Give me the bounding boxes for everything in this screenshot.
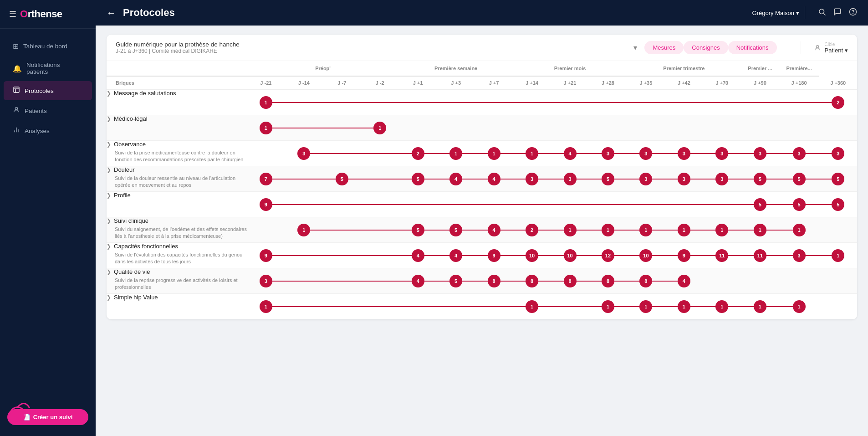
day-badge[interactable]: 3: [678, 173, 690, 185]
day-badge[interactable]: 1: [449, 147, 462, 160]
day-badge[interactable]: 1: [297, 224, 310, 236]
day-badge[interactable]: 3: [793, 147, 806, 160]
brique-name[interactable]: ❯ Message de salutations: [107, 90, 247, 97]
day-badge[interactable]: 4: [488, 173, 500, 185]
brique-name[interactable]: ❯ Capacités fonctionnelles: [107, 243, 247, 250]
day-badge[interactable]: 5: [832, 173, 844, 185]
day-badge[interactable]: 1: [488, 147, 500, 160]
day-badge[interactable]: 3: [602, 147, 614, 160]
day-badge[interactable]: 1: [793, 224, 806, 236]
day-badge[interactable]: 3: [260, 275, 272, 287]
day-badge[interactable]: 1: [639, 300, 652, 313]
day-badge[interactable]: 8: [564, 275, 577, 287]
messages-button[interactable]: [833, 8, 842, 18]
day-badge[interactable]: 1: [793, 300, 806, 313]
brique-name[interactable]: ❯ Simple hip Value: [107, 294, 247, 301]
day-badge[interactable]: 8: [526, 275, 538, 287]
day-badge[interactable]: 4: [449, 173, 462, 185]
day-badge[interactable]: 2: [832, 96, 844, 109]
day-badge[interactable]: 1: [526, 300, 538, 313]
day-badge[interactable]: 3: [793, 249, 806, 262]
brique-name[interactable]: ❯ Douleur: [107, 166, 247, 173]
day-badge[interactable]: 5: [412, 224, 424, 236]
day-badge[interactable]: 1: [373, 122, 386, 134]
day-badge[interactable]: 1: [754, 300, 766, 313]
menu-icon[interactable]: ☰: [9, 9, 16, 19]
sidebar-item-patients[interactable]: Patients: [4, 101, 92, 120]
day-badge[interactable]: 2: [526, 224, 538, 236]
brique-name[interactable]: ❯ Observance: [107, 141, 247, 148]
day-badge[interactable]: 4: [412, 249, 424, 262]
protocol-expand-icon[interactable]: ▾: [633, 43, 637, 52]
day-badge[interactable]: 9: [488, 249, 500, 262]
day-badge[interactable]: 1: [754, 224, 766, 236]
day-badge[interactable]: 3: [639, 173, 652, 185]
day-badge[interactable]: 3: [639, 147, 652, 160]
day-badge[interactable]: 9: [260, 198, 272, 211]
day-badge[interactable]: 5: [602, 173, 614, 185]
day-badge[interactable]: 1: [260, 300, 272, 313]
brique-name[interactable]: ❯ Médico-légal: [107, 115, 247, 122]
day-badge[interactable]: 4: [564, 147, 577, 160]
sidebar-item-tableau[interactable]: ⊞ Tableau de bord: [4, 37, 92, 56]
timeline-container[interactable]: Préop' Première semaine Premier mois Pre…: [107, 61, 857, 319]
day-badge[interactable]: 8: [488, 275, 500, 287]
day-badge[interactable]: 4: [449, 249, 462, 262]
day-badge[interactable]: 4: [488, 224, 500, 236]
sidebar-item-analyses[interactable]: Analyses: [4, 121, 92, 140]
day-badge[interactable]: 1: [526, 147, 538, 160]
day-badge[interactable]: 10: [639, 249, 652, 262]
day-badge[interactable]: 11: [715, 249, 728, 262]
day-badge[interactable]: 8: [602, 275, 614, 287]
day-badge[interactable]: 5: [832, 198, 844, 211]
day-badge[interactable]: 5: [754, 198, 766, 211]
day-badge[interactable]: 3: [832, 147, 844, 160]
day-badge[interactable]: 5: [336, 173, 348, 185]
user-menu[interactable]: Grégory Maison ▾: [752, 10, 799, 16]
day-badge[interactable]: 10: [564, 249, 577, 262]
day-badge[interactable]: 1: [564, 224, 577, 236]
day-badge[interactable]: 1: [832, 249, 844, 262]
day-badge[interactable]: 1: [260, 96, 272, 109]
day-badge[interactable]: 3: [715, 173, 728, 185]
day-badge[interactable]: 1: [678, 300, 690, 313]
day-badge[interactable]: 1: [715, 300, 728, 313]
day-badge[interactable]: 1: [602, 300, 614, 313]
day-badge[interactable]: 9: [678, 249, 690, 262]
day-badge[interactable]: 9: [260, 249, 272, 262]
day-badge[interactable]: 1: [260, 122, 272, 134]
day-badge[interactable]: 2: [412, 147, 424, 160]
day-badge[interactable]: 4: [412, 275, 424, 287]
day-badge[interactable]: 8: [639, 275, 652, 287]
day-badge[interactable]: 5: [793, 198, 806, 211]
target-value-dropdown[interactable]: Patient ▾: [825, 47, 848, 54]
day-badge[interactable]: 12: [602, 249, 614, 262]
sidebar-item-protocoles[interactable]: Protocoles: [4, 81, 92, 100]
day-badge[interactable]: 5: [449, 275, 462, 287]
brique-name[interactable]: ❯ Profile: [107, 192, 247, 199]
brique-name[interactable]: ❯ Qualité de vie: [107, 268, 247, 275]
day-badge[interactable]: 7: [260, 173, 272, 185]
day-badge[interactable]: 1: [639, 224, 652, 236]
day-badge[interactable]: 3: [564, 173, 577, 185]
day-badge[interactable]: 5: [793, 173, 806, 185]
day-badge[interactable]: 11: [754, 249, 766, 262]
day-badge[interactable]: 5: [412, 173, 424, 185]
day-badge[interactable]: 4: [678, 275, 690, 287]
search-button[interactable]: [818, 8, 826, 18]
tab-mesures[interactable]: Mesures: [644, 41, 684, 54]
tab-notifications[interactable]: Notifications: [728, 41, 777, 54]
day-badge[interactable]: 5: [449, 224, 462, 236]
day-badge[interactable]: 3: [526, 173, 538, 185]
help-button[interactable]: [849, 8, 857, 18]
day-badge[interactable]: 3: [297, 147, 310, 160]
day-badge[interactable]: 1: [678, 224, 690, 236]
day-badge[interactable]: 3: [754, 147, 766, 160]
tab-consignes[interactable]: Consignes: [684, 41, 728, 54]
day-badge[interactable]: 1: [602, 224, 614, 236]
day-badge[interactable]: 10: [526, 249, 538, 262]
back-button[interactable]: ←: [107, 8, 116, 18]
day-badge[interactable]: 3: [715, 147, 728, 160]
brique-name[interactable]: ❯ Suivi clinique: [107, 217, 247, 224]
day-badge[interactable]: 3: [678, 147, 690, 160]
